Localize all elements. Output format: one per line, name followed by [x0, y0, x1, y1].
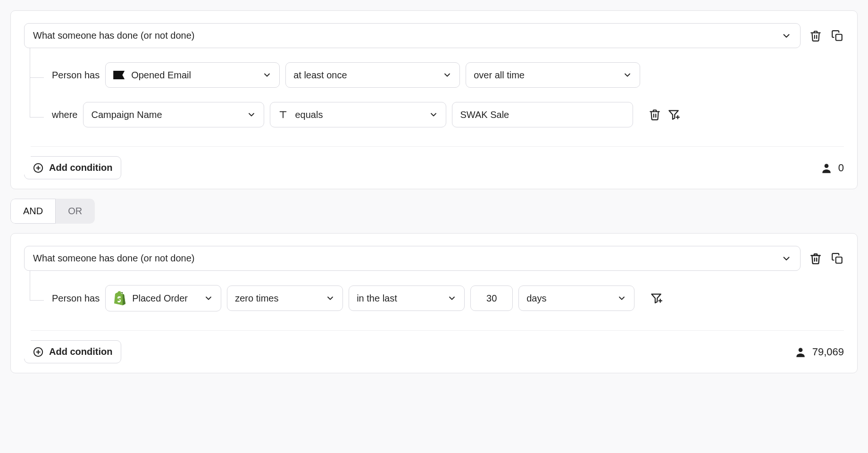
frequency-label: at least once	[293, 70, 347, 81]
condition-type-select[interactable]: What someone has done (or not done)	[24, 246, 801, 271]
svg-marker-9	[651, 294, 661, 302]
add-condition-label: Add condition	[49, 162, 112, 173]
svg-rect-8	[836, 257, 842, 263]
group-count: 0	[820, 162, 844, 174]
operator-label: equals	[295, 109, 323, 120]
property-label: Campaign Name	[91, 109, 162, 120]
add-condition-button[interactable]: Add condition	[24, 340, 121, 363]
event-label: Placed Order	[132, 293, 188, 304]
chevron-down-icon	[781, 31, 792, 41]
logic-operator-toggle: AND OR	[10, 199, 95, 224]
event-select[interactable]: Opened Email	[105, 62, 280, 88]
chevron-down-icon	[442, 70, 452, 80]
timeframe-value: 30	[486, 293, 497, 304]
timeframe-select[interactable]: over all time	[466, 62, 640, 88]
timeframe-value-input[interactable]: 30	[470, 285, 513, 311]
add-filter-button[interactable]	[650, 292, 663, 305]
add-filter-button[interactable]	[667, 108, 680, 121]
condition-group-1: What someone has done (or not done) Pers…	[10, 10, 858, 189]
operator-select[interactable]: equals	[270, 102, 446, 127]
svg-point-15	[798, 348, 802, 352]
frequency-label: zero times	[235, 293, 278, 304]
frequency-select[interactable]: at least once	[285, 62, 460, 88]
value-text: SWAK Sale	[460, 109, 509, 120]
delete-group-button[interactable]	[809, 252, 822, 265]
group-count: 79,069	[794, 346, 844, 358]
event-select[interactable]: Placed Order	[105, 285, 221, 311]
prefix-label: Person has	[52, 293, 100, 304]
event-label: Opened Email	[131, 70, 191, 81]
text-type-icon	[278, 109, 288, 120]
chevron-down-icon	[326, 294, 335, 303]
count-value: 79,069	[812, 346, 844, 358]
svg-marker-1	[669, 110, 679, 119]
svg-point-7	[824, 164, 828, 168]
email-icon	[113, 71, 125, 79]
chevron-down-icon	[429, 110, 438, 119]
chevron-down-icon	[781, 253, 792, 264]
prefix-label: Person has	[52, 70, 100, 81]
prefix-label: where	[52, 109, 77, 120]
chevron-down-icon	[247, 110, 256, 119]
shopify-icon	[113, 291, 125, 305]
plus-circle-icon	[33, 347, 43, 357]
add-condition-label: Add condition	[49, 346, 112, 357]
condition-row-filter: where Campaign Name equals	[30, 88, 844, 127]
frequency-select[interactable]: zero times	[227, 285, 343, 311]
timeframe-unit-label: days	[526, 293, 546, 304]
property-select[interactable]: Campaign Name	[83, 102, 264, 127]
logic-and-button[interactable]: AND	[10, 199, 56, 224]
condition-type-label: What someone has done (or not done)	[33, 30, 194, 41]
condition-row-event: Person has Opened Email at least once	[30, 48, 844, 88]
condition-group-2: What someone has done (or not done) Pers…	[10, 233, 858, 373]
condition-type-select[interactable]: What someone has done (or not done)	[24, 23, 801, 48]
chevron-down-icon	[623, 70, 632, 80]
chevron-down-icon	[204, 294, 213, 303]
chevron-down-icon	[447, 294, 457, 303]
value-input[interactable]: SWAK Sale	[452, 102, 633, 127]
timeframe-label: over all time	[474, 70, 525, 81]
duplicate-group-button[interactable]	[831, 252, 844, 265]
chevron-down-icon	[617, 294, 626, 303]
plus-circle-icon	[33, 163, 43, 173]
count-value: 0	[838, 162, 844, 174]
delete-filter-button[interactable]	[648, 108, 661, 121]
person-icon	[794, 346, 807, 358]
timeframe-unit-select[interactable]: days	[518, 285, 634, 311]
timeframe-operator-select[interactable]: in the last	[349, 285, 465, 311]
duplicate-group-button[interactable]	[831, 29, 844, 42]
delete-group-button[interactable]	[809, 29, 822, 42]
person-icon	[820, 162, 833, 174]
svg-rect-0	[836, 34, 842, 40]
add-condition-button[interactable]: Add condition	[24, 156, 121, 179]
condition-row-event: Person has Placed Order zero times	[30, 271, 844, 311]
logic-or-button[interactable]: OR	[56, 199, 95, 224]
condition-type-label: What someone has done (or not done)	[33, 253, 194, 264]
chevron-down-icon	[262, 70, 272, 80]
timeframe-operator-label: in the last	[357, 293, 397, 304]
